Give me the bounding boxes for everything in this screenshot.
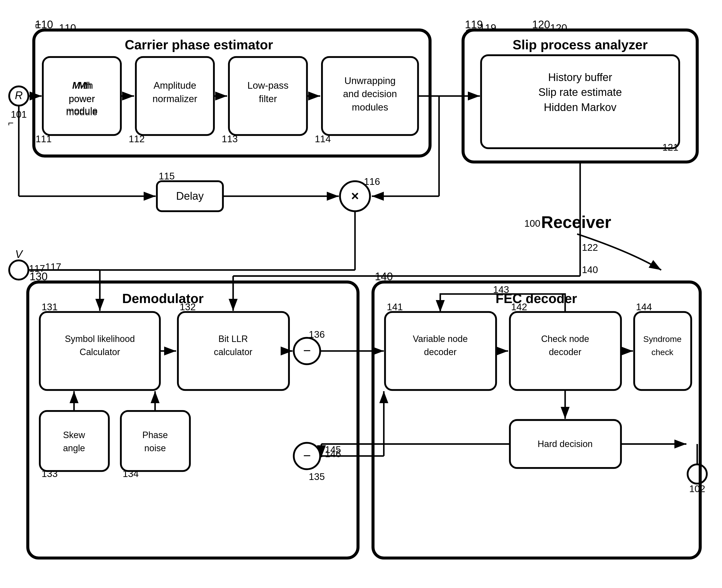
syndrome-text1: Syndrome [643,334,681,344]
slip-process-label: Slip process analyzer [513,37,648,52]
skew-text2: angle [63,443,85,453]
multiply-symbol: × [351,189,359,203]
label-100: 100 [524,218,541,229]
label-133: 133 [42,468,58,479]
bit-llr-text2: calculator [214,347,253,357]
phase-text2: noise [144,443,166,453]
sym-lik-text1: Symbol likelihood [65,334,135,344]
carrier-phase-estimator-label: Carrier phase estimator [125,37,273,52]
check-node-text1: Check node [541,334,589,344]
label-102: 102 [689,483,705,494]
minus-symbol-136: − [303,343,311,358]
label-117-pos: 117 [45,261,61,272]
label-136: 136 [309,329,325,340]
hidden-markov-text: Hidden Markov [544,101,616,113]
label-122: 122 [582,242,598,253]
label-111: 111 [36,133,52,144]
phase-noise-box [121,411,190,471]
num-110: 110 [59,22,76,34]
label-101-hook: ⌐ [8,118,14,128]
delay-text: Delay [176,190,204,202]
skew-angle-box [40,411,109,471]
amp-norm-text1: Amplitude [154,80,196,91]
label-120: 120 [532,19,550,30]
label-131: 131 [42,301,58,312]
lpf-text1: Low-pass [247,80,288,91]
var-node-text2: decoder [424,347,457,357]
label-112: 112 [129,133,145,144]
num-119: 119 [479,22,496,34]
unwrap-text2: and decision [343,88,397,99]
label-141: 141 [387,301,403,312]
label-114: 114 [315,133,331,144]
unwrap-text3: modules [352,102,388,112]
label-113: 113 [222,133,238,144]
label-145: 145 [325,444,341,455]
skew-text1: Skew [63,430,85,440]
bit-llr-text1: Bit LLR [218,334,248,344]
mth-text3: module [66,107,98,117]
R-label: R [15,89,23,101]
hard-decision-text: Hard decision [538,439,593,449]
lpf-text2: filter [259,93,277,104]
label-134: 134 [123,468,139,479]
label-140-wire: 140 [582,265,598,275]
label-144: 144 [636,301,652,312]
label-121: 121 [662,142,679,153]
label-116: 116 [364,176,380,187]
diagram-svg: Carrier phase estimator M -th power modu… [0,0,722,588]
mth-text: M-th [72,80,91,91]
check-node-text2: decoder [549,347,581,357]
mth-text2: power [69,93,95,104]
sym-lik-text2: Calculator [80,347,120,357]
num-120: 120 [550,22,567,34]
label-110-hook: ⌐ [35,19,41,30]
label-115: 115 [159,171,175,182]
label-142: 142 [511,301,527,312]
label-132: 132 [180,301,196,312]
history-text: History buffer [548,71,612,83]
phase-text1: Phase [142,430,168,440]
label-130: 130 [29,271,47,282]
demodulator-box [28,282,358,558]
output-circle [687,464,707,483]
receiver-label: Receiver [541,213,611,231]
V-label: V [15,248,23,260]
label-135: 135 [309,471,325,482]
minus-symbol-135: − [303,448,311,463]
unwrap-text1: Unwrapping [344,75,396,86]
syndrome-text2: check [651,348,674,357]
input-V-circle [9,260,28,279]
var-node-text1: Variable node [413,334,468,344]
label-143: 143 [493,284,509,295]
slip-rate-text: Slip rate estimate [538,86,622,98]
amp-norm-text2: normalizer [153,93,197,104]
